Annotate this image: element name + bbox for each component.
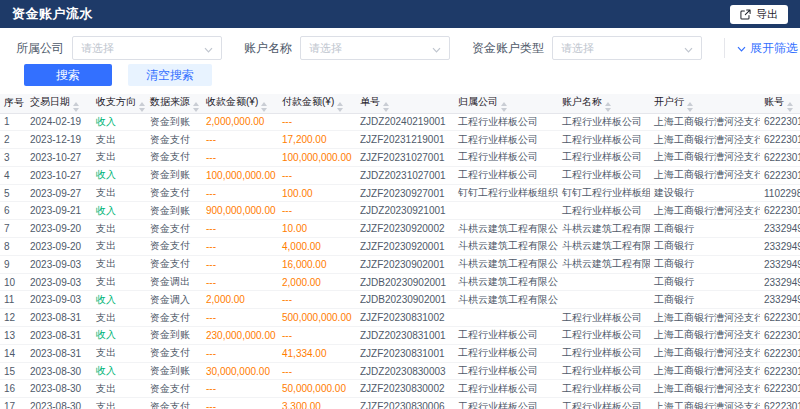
column-header-receive[interactable]: 收款金额(¥) bbox=[202, 94, 278, 113]
cell-receive: --- bbox=[202, 398, 278, 409]
cell-pay: 4,000.00 bbox=[278, 238, 356, 256]
company-select[interactable]: 请选择 bbox=[72, 36, 222, 60]
cell-no: 13 bbox=[0, 327, 26, 345]
cell-pay: 17,200.00 bbox=[278, 131, 356, 149]
funds-flow-page: 资金账户流水 导出 所属公司 请选择 账户名称 请选择 资金账户类型 bbox=[0, 0, 800, 409]
cell-account_no: 62223011 bbox=[760, 309, 800, 327]
flow-table-body: 12024-02-19收入资金到账2,000,000.00---ZJDZ2024… bbox=[0, 113, 800, 409]
cell-account_no: 62223011 bbox=[760, 131, 800, 149]
cell-pay: 2,000.00 bbox=[278, 273, 356, 291]
cell-no: 12 bbox=[0, 309, 26, 327]
sort-icon[interactable] bbox=[687, 102, 693, 112]
column-label: 交易日期 bbox=[30, 96, 70, 107]
cell-no: 8 bbox=[0, 238, 26, 256]
cell-no: 16 bbox=[0, 380, 26, 398]
table-row: 82023-09-20支出资金支付---4,000.00ZJZF20230920… bbox=[0, 238, 800, 256]
cell-date: 2023-08-31 bbox=[26, 309, 92, 327]
cell-bank: 工商银行 bbox=[650, 273, 760, 291]
column-label: 数据来源 bbox=[150, 96, 190, 107]
cell-date: 2024-02-19 bbox=[26, 113, 92, 131]
cell-no: 1 bbox=[0, 113, 26, 131]
account-type-select-placeholder: 请选择 bbox=[561, 41, 594, 56]
sort-icon[interactable] bbox=[501, 102, 507, 112]
sort-icon[interactable] bbox=[261, 102, 267, 112]
cell-company: 斗栱云建筑工程有限公司 bbox=[454, 255, 558, 273]
column-header-date[interactable]: 交易日期 bbox=[26, 94, 92, 113]
cell-bank: 工商银行 bbox=[650, 220, 760, 238]
cell-bank: 上海工商银行漕河泾支行 bbox=[650, 309, 760, 327]
cell-receive: --- bbox=[202, 309, 278, 327]
sort-icon[interactable] bbox=[605, 102, 611, 112]
cell-company: 钉钉工程行业样板组织 bbox=[454, 184, 558, 202]
cell-company: 工程行业样板公司 bbox=[454, 344, 558, 362]
column-header-source[interactable]: 数据来源 bbox=[146, 94, 202, 113]
cell-direction: 收入 bbox=[92, 113, 146, 131]
column-label: 单号 bbox=[360, 96, 380, 107]
sort-icon[interactable] bbox=[139, 102, 145, 112]
account-name-select[interactable]: 请选择 bbox=[300, 36, 450, 60]
cell-direction: 支出 bbox=[92, 309, 146, 327]
cell-account_no: 23329499 bbox=[760, 220, 800, 238]
cell-account_no: 23329499 bbox=[760, 291, 800, 309]
cell-receive: 100,000,000.00 bbox=[202, 166, 278, 184]
sort-icon[interactable] bbox=[337, 102, 343, 112]
cell-receive: --- bbox=[202, 149, 278, 167]
column-header-pay[interactable]: 付款金额(¥) bbox=[278, 94, 356, 113]
cell-no: 5 bbox=[0, 184, 26, 202]
search-button[interactable]: 搜索 bbox=[24, 64, 112, 86]
page-header: 资金账户流水 导出 bbox=[0, 0, 800, 28]
table-row: 112023-09-03收入资金调入2,000.00---ZJDB2023090… bbox=[0, 291, 800, 309]
cell-order: ZJZF20230902001 bbox=[356, 255, 454, 273]
expand-filters-link[interactable]: 展开筛选 bbox=[724, 38, 798, 58]
table-row: 152023-08-30收入资金到账30,000,000.00---ZJDZ20… bbox=[0, 362, 800, 380]
column-header-account_name[interactable]: 账户名称 bbox=[558, 94, 650, 113]
cell-account_name: 工程行业样板公司 bbox=[558, 113, 650, 131]
cell-direction: 支出 bbox=[92, 238, 146, 256]
account-type-select[interactable]: 请选择 bbox=[552, 36, 702, 60]
cell-direction: 支出 bbox=[92, 273, 146, 291]
cell-date: 2023-08-30 bbox=[26, 398, 92, 409]
cell-account_name bbox=[558, 273, 650, 291]
column-header-account_no[interactable]: 账号 bbox=[760, 94, 800, 113]
cell-pay: 100.00 bbox=[278, 184, 356, 202]
cell-account_name: 工程行业样板公司 bbox=[558, 327, 650, 345]
cell-receive: 900,000,000.00 bbox=[202, 202, 278, 220]
cell-account_no: 23329499 bbox=[760, 238, 800, 256]
cell-order: ZJDZ20231027001 bbox=[356, 166, 454, 184]
sort-icon[interactable] bbox=[383, 102, 389, 112]
column-header-direction[interactable]: 收支方向 bbox=[92, 94, 146, 113]
cell-order: ZJZF20230830006 bbox=[356, 398, 454, 409]
sort-icon[interactable] bbox=[73, 102, 79, 112]
account-name-select-placeholder: 请选择 bbox=[309, 41, 342, 56]
cell-pay: --- bbox=[278, 202, 356, 220]
cell-no: 7 bbox=[0, 220, 26, 238]
cell-account_name: 工程行业样板公司 bbox=[558, 149, 650, 167]
cell-company: 工程行业样板公司 bbox=[454, 113, 558, 131]
filter-account-type-label: 资金账户类型 bbox=[472, 40, 544, 57]
sort-icon[interactable] bbox=[193, 102, 199, 112]
cell-date: 2023-09-03 bbox=[26, 255, 92, 273]
column-header-bank[interactable]: 开户行 bbox=[650, 94, 760, 113]
cell-date: 2023-10-27 bbox=[26, 149, 92, 167]
column-header-company[interactable]: 归属公司 bbox=[454, 94, 558, 113]
cell-bank: 工商银行 bbox=[650, 238, 760, 256]
cell-source: 资金到账 bbox=[146, 166, 202, 184]
cell-order: ZJZF20230927001 bbox=[356, 184, 454, 202]
cell-account_no: 62223011 bbox=[760, 149, 800, 167]
cell-date: 2023-09-20 bbox=[26, 238, 92, 256]
cell-receive: --- bbox=[202, 131, 278, 149]
cell-order: ZJZF20231027001 bbox=[356, 149, 454, 167]
export-button[interactable]: 导出 bbox=[730, 5, 788, 24]
clear-search-button[interactable]: 清空搜索 bbox=[128, 64, 212, 86]
cell-date: 2023-09-20 bbox=[26, 220, 92, 238]
cell-account_name: 工程行业样板公司 bbox=[558, 202, 650, 220]
table-row: 72023-09-20支出资金支付---10.00ZJZF20230920002… bbox=[0, 220, 800, 238]
table-row: 132023-08-31收入资金到账230,000,000.00---ZJDZ2… bbox=[0, 327, 800, 345]
cell-source: 资金支付 bbox=[146, 398, 202, 409]
table-row: 42023-10-27收入资金到账100,000,000.00---ZJDZ20… bbox=[0, 166, 800, 184]
column-header-order[interactable]: 单号 bbox=[356, 94, 454, 113]
sort-icon[interactable] bbox=[787, 102, 793, 112]
column-label: 账号 bbox=[764, 96, 784, 107]
cell-order: ZJDZ20240219001 bbox=[356, 113, 454, 131]
cell-direction: 收入 bbox=[92, 327, 146, 345]
